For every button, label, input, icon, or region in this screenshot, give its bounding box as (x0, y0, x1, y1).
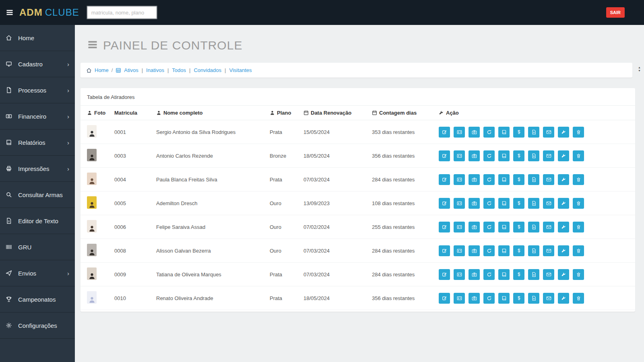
action-dollar-button[interactable] (513, 245, 524, 256)
action-refresh-button[interactable] (483, 150, 495, 161)
action-book-button[interactable] (498, 222, 510, 232)
action-dollar-button[interactable] (513, 269, 524, 280)
action-envelope-button[interactable] (543, 127, 554, 138)
action-filetext-button[interactable] (528, 269, 539, 280)
breadcrumb-link-home[interactable]: Home (95, 67, 109, 73)
action-dollar-button[interactable] (513, 198, 524, 209)
sidebar-item-relatorios[interactable]: Relatórios › (0, 130, 75, 156)
action-camera-button[interactable] (469, 269, 480, 280)
action-filetext-button[interactable] (528, 293, 539, 304)
action-camera-button[interactable] (469, 245, 480, 256)
action-camera-button[interactable] (469, 198, 480, 209)
action-trash-button[interactable] (573, 293, 584, 304)
spinner-up-icon[interactable]: ▲ (638, 66, 641, 69)
action-envelope-button[interactable] (543, 198, 554, 209)
sidebar-item-gru[interactable]: GRU (0, 234, 75, 260)
action-dollar-button[interactable] (513, 293, 524, 304)
spinner-down-icon[interactable]: ▼ (638, 69, 641, 72)
action-idcard-button[interactable] (454, 127, 465, 138)
action-edit-button[interactable] (439, 269, 450, 280)
breadcrumb-link-visitantes[interactable]: Visitantes (229, 67, 252, 73)
action-dollar-button[interactable] (513, 150, 524, 161)
sidebar-item-processos[interactable]: Processos › (0, 77, 75, 103)
action-refresh-button[interactable] (483, 198, 495, 209)
action-refresh-button[interactable] (483, 245, 495, 256)
action-filetext-button[interactable] (528, 245, 539, 256)
sidebar-item-financeiro[interactable]: Financeiro › (0, 103, 75, 130)
menu-toggle-icon[interactable] (6, 8, 14, 16)
action-filetext-button[interactable] (528, 222, 539, 232)
action-trash-button[interactable] (573, 150, 584, 161)
sidebar-item-consultar-armas[interactable]: Consultar Armas (0, 182, 75, 208)
action-filetext-button[interactable] (528, 150, 539, 161)
action-camera-button[interactable] (469, 222, 480, 232)
sidebar-item-impressoes[interactable]: Impressões › (0, 156, 75, 182)
action-envelope-button[interactable] (543, 293, 554, 304)
action-edit-button[interactable] (439, 127, 450, 138)
action-dollar-button[interactable] (513, 174, 524, 185)
action-camera-button[interactable] (469, 174, 480, 185)
action-idcard-button[interactable] (454, 269, 465, 280)
action-edit-button[interactable] (439, 245, 450, 256)
action-wrench-button[interactable] (558, 127, 569, 138)
action-idcard-button[interactable] (454, 198, 465, 209)
breadcrumb-link-inativos[interactable]: Inativos (146, 67, 164, 73)
action-refresh-button[interactable] (483, 222, 495, 232)
action-dollar-button[interactable] (513, 127, 524, 138)
breadcrumb-link-todos[interactable]: Todos (172, 67, 186, 73)
breadcrumb-link-ativos[interactable]: Ativos (124, 67, 138, 73)
action-refresh-button[interactable] (483, 293, 495, 304)
search-input[interactable] (87, 6, 157, 19)
action-dollar-button[interactable] (513, 222, 524, 232)
action-envelope-button[interactable] (543, 269, 554, 280)
action-book-button[interactable] (498, 150, 510, 161)
action-idcard-button[interactable] (454, 222, 465, 232)
action-envelope-button[interactable] (543, 222, 554, 232)
sidebar-item-cadastro[interactable]: Cadastro › (0, 51, 75, 77)
action-trash-button[interactable] (573, 127, 584, 138)
action-refresh-button[interactable] (483, 269, 495, 280)
action-book-button[interactable] (498, 198, 510, 209)
spinner-arrows[interactable]: ▲▼ (638, 66, 641, 72)
action-filetext-button[interactable] (528, 198, 539, 209)
action-envelope-button[interactable] (543, 245, 554, 256)
breadcrumb-link-convidados[interactable]: Convidados (194, 67, 221, 73)
action-idcard-button[interactable] (454, 245, 465, 256)
action-trash-button[interactable] (573, 269, 584, 280)
action-edit-button[interactable] (439, 198, 450, 209)
action-filetext-button[interactable] (528, 174, 539, 185)
action-trash-button[interactable] (573, 174, 584, 185)
action-camera-button[interactable] (469, 150, 480, 161)
action-edit-button[interactable] (439, 293, 450, 304)
action-idcard-button[interactable] (454, 293, 465, 304)
action-wrench-button[interactable] (558, 245, 569, 256)
action-book-button[interactable] (498, 174, 510, 185)
action-trash-button[interactable] (573, 222, 584, 232)
action-book-button[interactable] (498, 127, 510, 138)
action-edit-button[interactable] (439, 222, 450, 232)
action-book-button[interactable] (498, 245, 510, 256)
action-camera-button[interactable] (469, 127, 480, 138)
action-wrench-button[interactable] (558, 222, 569, 232)
action-trash-button[interactable] (573, 198, 584, 209)
action-idcard-button[interactable] (454, 150, 465, 161)
sidebar-item-configuracoes[interactable]: Configurações (0, 313, 75, 339)
action-wrench-button[interactable] (558, 174, 569, 185)
sidebar-item-campeonatos[interactable]: Campeonatos (0, 286, 75, 313)
action-wrench-button[interactable] (558, 198, 569, 209)
action-trash-button[interactable] (573, 245, 584, 256)
action-idcard-button[interactable] (454, 174, 465, 185)
sidebar-item-envios[interactable]: Envios › (0, 260, 75, 286)
action-envelope-button[interactable] (543, 174, 554, 185)
brand-logo[interactable]: ADMCLUBE (19, 7, 79, 18)
action-edit-button[interactable] (439, 174, 450, 185)
sidebar-item-editor-de-texto[interactable]: Editor de Texto (0, 208, 75, 234)
sidebar-item-home[interactable]: Home (0, 25, 75, 51)
action-refresh-button[interactable] (483, 127, 495, 138)
action-wrench-button[interactable] (558, 269, 569, 280)
action-book-button[interactable] (498, 293, 510, 304)
action-envelope-button[interactable] (543, 150, 554, 161)
action-wrench-button[interactable] (558, 293, 569, 304)
action-camera-button[interactable] (469, 293, 480, 304)
action-wrench-button[interactable] (558, 150, 569, 161)
